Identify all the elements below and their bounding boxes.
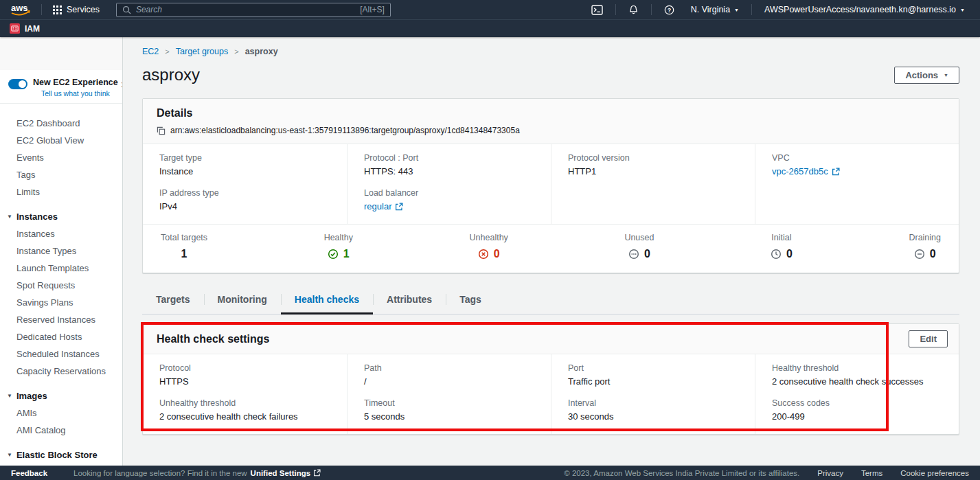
hc-success-codes-value: 200-499 [772,411,942,422]
actions-button[interactable]: Actions ▼ [894,67,959,84]
counter-total-targets: Total targets 1 [161,233,207,262]
health-check-column-4: Healthy threshold 2 consecutive health c… [755,354,959,434]
target-group-arn: arn:aws:elasticloadbalancing:us-east-1:3… [170,126,520,135]
feedback-link[interactable]: Feedback [11,469,47,477]
vpc-id: vpc-2657db5c [772,166,828,176]
field-label: Interval [568,398,738,408]
services-label: Services [67,5,100,14]
hc-healthy-threshold-value: 2 consecutive health check successes [772,376,942,387]
new-ec2-experience-toggle[interactable] [8,79,27,89]
close-icon[interactable]: × [118,78,123,92]
edit-label: Edit [920,334,937,344]
cloudshell-button[interactable] [583,5,611,15]
terms-link[interactable]: Terms [861,469,882,477]
tab-monitoring[interactable]: Monitoring [204,285,281,314]
draining-minus-icon [914,249,925,260]
sidebar-item-instance-types[interactable]: Instance Types [0,242,122,260]
actions-label: Actions [905,70,938,80]
language-selection-note: Looking for language selection? Find it … [73,469,321,477]
sidebar-item-launch-templates[interactable]: Launch Templates [0,260,122,277]
edit-button[interactable]: Edit [909,330,948,347]
sidebar-item-limits[interactable]: Limits [0,183,122,201]
chevron-down-icon: ▼ [944,73,948,78]
sidebar-item-events[interactable]: Events [0,149,122,166]
field-label: Healthy threshold [772,363,942,373]
iam-service-icon [10,23,20,34]
counter-label: Unhealthy [470,233,508,242]
field-label: Load balancer [364,188,534,198]
language-text: Looking for language selection? Find it … [73,469,247,477]
protocol-port-value: HTTPS: 443 [364,166,534,176]
field-label: Target type [159,153,330,163]
unified-settings-link[interactable]: Unified Settings [251,469,321,477]
notifications-bell-button[interactable] [620,5,647,15]
search-input[interactable] [136,5,355,14]
sidebar-section-elastic-block-store[interactable]: ▼ Elastic Block Store [0,446,122,464]
counter-label: Initial [771,233,793,242]
counter-label: Unused [624,233,654,242]
counter-healthy: Healthy 1 [324,233,353,262]
sidebar-item-ami-catalog[interactable]: AMI Catalog [0,422,122,439]
sidebar-item-amis[interactable]: AMIs [0,404,122,422]
sidebar-section-instances[interactable]: ▼ Instances [0,208,122,225]
external-link-icon [313,469,321,477]
sidebar-item-ec2-global-view[interactable]: EC2 Global View [0,132,122,149]
account-label: AWSPowerUserAccess/navaneeth.kn@harness.… [764,5,956,14]
sidebar-item-dedicated-hosts[interactable]: Dedicated Hosts [0,328,122,345]
details-title: Details [157,107,945,119]
field-label: VPC [772,153,942,163]
chevron-down-icon: ▼ [7,214,12,220]
initial-clock-icon [771,249,782,260]
field-label: Unhealthy threshold [159,398,330,408]
experience-feedback-link[interactable]: Tell us what you think [33,89,118,98]
svg-text:?: ? [668,6,671,13]
load-balancer-link[interactable]: regular [364,201,403,212]
hc-unhealthy-threshold-value: 2 consecutive health check failures [159,411,330,422]
chevron-down-icon: ▼ [7,393,12,399]
region-selector[interactable]: N. Virginia ▼ [683,5,747,14]
tab-health-checks[interactable]: Health checks [281,285,373,314]
cookie-preferences-link[interactable]: Cookie preferences [900,469,969,477]
global-search[interactable]: [Alt+S] [116,3,391,17]
health-check-column-2: Path / Timeout 5 seconds [347,354,551,434]
hc-port-value: Traffic port [568,376,738,387]
load-balancer-name: regular [364,201,391,212]
details-panel: Details arn:aws:elasticloadbalancing:us-… [142,98,959,273]
section-label: Elastic Block Store [16,450,98,460]
breadcrumb-ec2[interactable]: EC2 [142,47,159,56]
privacy-link[interactable]: Privacy [817,469,843,477]
counter-value: 0 [930,248,936,260]
sidebar-item-tags[interactable]: Tags [0,166,122,183]
sidebar-section-images[interactable]: ▼ Images [0,387,122,404]
favorite-iam-label: IAM [25,24,40,34]
account-menu[interactable]: AWSPowerUserAccess/navaneeth.kn@harness.… [756,5,973,14]
sidebar-item-reserved-instances[interactable]: Reserved Instances [0,311,122,328]
tab-attributes[interactable]: Attributes [373,285,446,314]
unhealthy-x-icon [478,249,489,260]
divider [751,4,752,15]
favorite-iam-link[interactable]: IAM [10,23,40,34]
sidebar: New EC2 Experience Tell us what you thin… [0,37,123,466]
page-title: asproxy [142,65,200,84]
aws-logo[interactable]: aws [7,2,37,17]
counter-unhealthy: Unhealthy 0 [470,233,508,262]
health-check-column-1: Protocol HTTPS Unhealthy threshold 2 con… [143,354,347,434]
sidebar-item-scheduled-instances[interactable]: Scheduled Instances [0,345,122,363]
sidebar-item-spot-requests[interactable]: Spot Requests [0,277,122,294]
copy-icon[interactable] [157,126,166,135]
sidebar-item-instances[interactable]: Instances [0,225,122,242]
new-ec2-experience-box: New EC2 Experience Tell us what you thin… [0,70,122,104]
sidebar-item-savings-plans[interactable]: Savings Plans [0,294,122,311]
chevron-down-icon: ▼ [734,8,739,12]
help-button[interactable]: ? [656,5,683,15]
breadcrumb-target-groups[interactable]: Target groups [176,47,228,56]
tab-tags[interactable]: Tags [446,285,495,314]
counter-draining: Draining 0 [909,233,941,262]
services-menu[interactable]: Services [46,5,106,14]
footer-bar: Feedback Looking for language selection?… [0,466,980,480]
vpc-link[interactable]: vpc-2657db5c [772,166,840,176]
sidebar-item-capacity-reservations[interactable]: Capacity Reservations [0,363,122,380]
search-icon [122,5,131,14]
sidebar-item-ec2-dashboard[interactable]: EC2 Dashboard [0,115,122,132]
tab-targets[interactable]: Targets [142,285,204,314]
